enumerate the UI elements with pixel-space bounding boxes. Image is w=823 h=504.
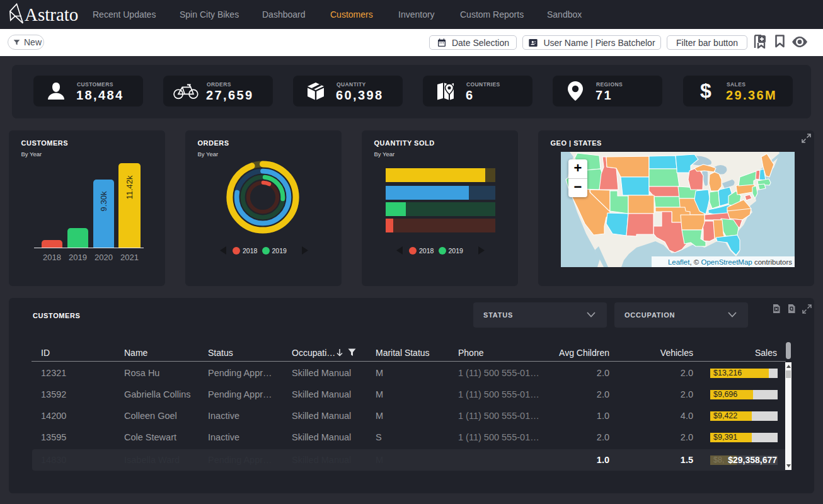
svg-text:Leaflet, © OpenStreetMap contr: Leaflet, © OpenStreetMap contributors bbox=[668, 258, 792, 266]
svg-text:$: $ bbox=[700, 81, 711, 102]
